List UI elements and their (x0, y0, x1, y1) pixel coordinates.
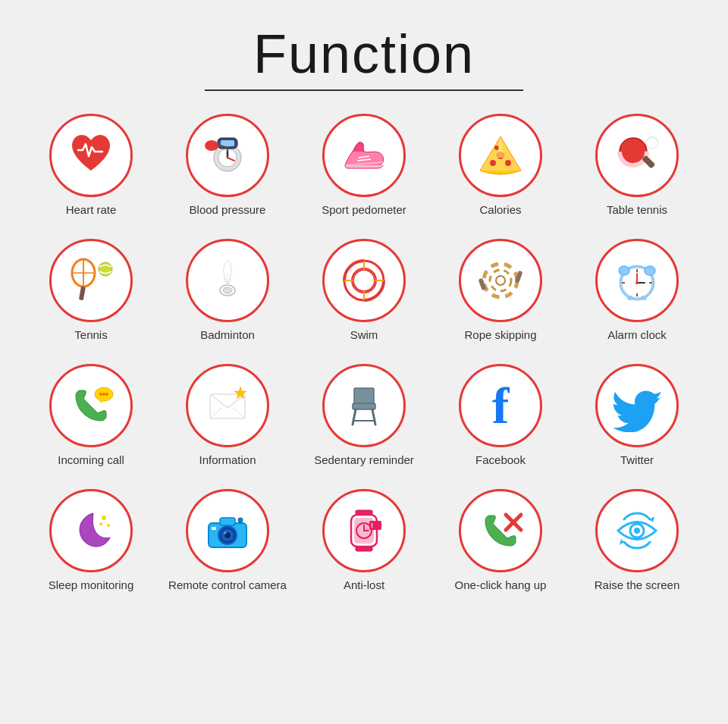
icon-calories (459, 114, 542, 197)
item-calories: Calories (432, 106, 569, 224)
icon-information (186, 364, 269, 447)
item-sport-pedometer: Sport pedometer (296, 106, 432, 224)
item-rope-skipping: Rope skipping (432, 231, 569, 349)
label-sport-pedometer: Sport pedometer (322, 203, 406, 216)
svg-point-45 (627, 296, 633, 300)
item-anti-lost: ! Anti-lost (296, 481, 432, 599)
svg-point-31 (353, 270, 375, 291)
svg-point-38 (496, 276, 505, 285)
label-blood-pressure: Blood pressure (190, 203, 266, 216)
label-sleep-monitoring: Sleep monitoring (49, 578, 134, 591)
svg-rect-21 (79, 286, 86, 300)
svg-point-29 (352, 268, 376, 293)
item-one-click-hang-up: One-click hang up (432, 481, 569, 599)
svg-point-10 (490, 160, 496, 166)
label-heart-rate: Heart rate (66, 203, 117, 216)
item-information: Information (159, 356, 296, 474)
svg-point-57 (102, 393, 105, 396)
icon-incoming-call (49, 364, 133, 447)
item-swim: Swim (296, 231, 432, 349)
svg-point-68 (99, 522, 102, 525)
item-heart-rate: Heart rate (23, 106, 159, 224)
svg-point-67 (107, 524, 110, 527)
icon-one-click-hang-up (459, 489, 542, 572)
icon-rope-skipping (459, 239, 542, 322)
svg-point-44 (645, 266, 655, 275)
label-twitter: Twitter (620, 453, 654, 466)
label-table-tennis: Table tennis (607, 203, 667, 216)
svg-rect-75 (212, 527, 216, 530)
label-information: Information (199, 453, 256, 466)
svg-point-53 (635, 281, 639, 284)
icon-sedentary-reminder (322, 364, 406, 447)
item-tennis: Tennis (23, 231, 159, 349)
svg-point-58 (105, 393, 108, 396)
svg-point-74 (224, 532, 227, 534)
label-swim: Swim (350, 328, 378, 341)
icon-sleep-monitoring (49, 489, 133, 572)
title-underline (205, 89, 523, 91)
label-tennis: Tennis (74, 328, 107, 341)
icon-blood-pressure (186, 114, 269, 197)
svg-point-76 (238, 518, 243, 522)
item-remote-control-camera: Remote control camera (159, 481, 296, 599)
item-alarm-clock: Alarm clock (569, 231, 705, 349)
icon-heart-rate (49, 114, 133, 197)
item-sleep-monitoring: Sleep monitoring (23, 481, 159, 599)
svg-point-89 (634, 528, 640, 534)
facebook-f-letter: f (492, 380, 510, 431)
icon-tennis (49, 239, 133, 322)
svg-point-6 (205, 140, 218, 151)
icon-facebook: f (459, 364, 542, 447)
item-incoming-call: Incoming call (23, 356, 159, 474)
item-twitter: Twitter (569, 356, 705, 474)
icon-twitter (595, 364, 679, 447)
svg-point-46 (641, 296, 647, 300)
svg-point-43 (619, 266, 629, 275)
icon-swim (322, 239, 406, 322)
label-badminton: Badminton (200, 328, 255, 341)
svg-marker-91 (620, 539, 624, 545)
icon-badminton (186, 239, 269, 322)
svg-line-64 (372, 409, 375, 425)
item-sedentary-reminder: Sedentary reminder (296, 356, 432, 474)
svg-point-22 (99, 262, 112, 276)
label-facebook: Facebook (475, 453, 526, 466)
svg-rect-70 (220, 518, 235, 525)
icon-remote-control-camera (186, 489, 269, 572)
item-table-tennis: Table tennis (569, 106, 705, 224)
label-sedentary-reminder: Sedentary reminder (314, 453, 414, 466)
icon-table-tennis (595, 114, 679, 197)
label-calories: Calories (479, 203, 521, 216)
label-alarm-clock: Alarm clock (607, 328, 667, 341)
item-badminton: Badminton (159, 231, 296, 349)
label-remote-control-camera: Remote control camera (168, 578, 287, 591)
item-raise-the-screen: Raise the screen (569, 481, 705, 599)
svg-point-11 (505, 160, 511, 166)
label-rope-skipping: Rope skipping (464, 328, 536, 341)
svg-rect-61 (354, 388, 374, 405)
svg-point-27 (223, 287, 232, 293)
svg-point-37 (490, 270, 511, 291)
icon-anti-lost: ! (322, 489, 406, 572)
svg-point-66 (102, 516, 106, 520)
label-raise-the-screen: Raise the screen (595, 578, 680, 591)
function-grid: Heart rate Blood pressure (8, 106, 720, 599)
icon-sport-pedometer (322, 114, 406, 197)
label-anti-lost: Anti-lost (344, 578, 384, 591)
page-title: Function (253, 23, 475, 85)
icon-raise-the-screen (595, 489, 679, 572)
item-blood-pressure: Blood pressure (159, 106, 296, 224)
svg-point-56 (99, 393, 102, 396)
item-facebook: f Facebook (432, 356, 569, 474)
label-one-click-hang-up: One-click hang up (455, 578, 547, 591)
svg-line-63 (353, 409, 356, 425)
label-incoming-call: Incoming call (58, 453, 124, 466)
icon-alarm-clock (595, 239, 679, 322)
svg-text:!: ! (371, 522, 373, 529)
svg-marker-90 (650, 516, 654, 522)
